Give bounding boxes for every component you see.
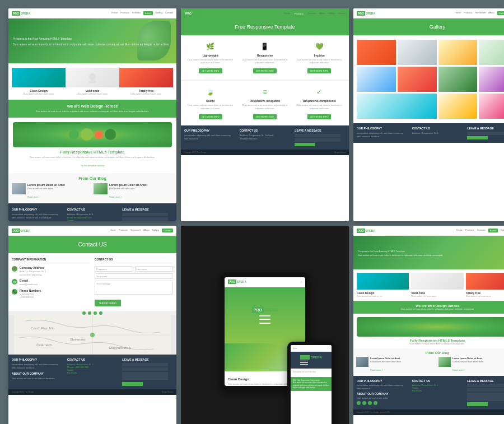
c6-footer-about-text: Duis autem vel eum iriure dolor. (357, 397, 408, 400)
c6-read-more-2[interactable]: Read more » (452, 369, 465, 371)
feat-responsive-btn[interactable]: GET MORE INFO (253, 68, 277, 73)
c6-footer-submit[interactable] (467, 402, 487, 406)
first-name-input[interactable]: First name (95, 266, 133, 272)
nav-about[interactable]: About (143, 11, 152, 15)
c6-feat-2: Valid code Duis autem vel eum iriure (411, 273, 463, 297)
fruits-link[interactable]: Try the template window (80, 164, 104, 167)
blog-thumb-2 (94, 183, 108, 194)
c6-social-1[interactable] (357, 401, 361, 405)
c4-nav-services[interactable]: Services ▾ (130, 229, 141, 232)
nav-gallery[interactable]: Gallery (156, 11, 163, 15)
card4-social-band (8, 311, 176, 315)
c2-nav-contact[interactable]: Contact (338, 12, 346, 16)
gallery-item-4[interactable] (479, 40, 504, 65)
message-textarea[interactable]: Your message (95, 281, 173, 295)
c2-nav-about[interactable]: About (319, 12, 325, 16)
c6-blog-img-1 (356, 357, 368, 367)
c4-nav-home[interactable]: Home (110, 229, 116, 232)
nav-services[interactable]: Services (132, 11, 141, 15)
c2-nav-home[interactable]: Home (284, 12, 290, 16)
c4-nav-gallery[interactable]: Gallery (152, 229, 160, 232)
social-dot-4[interactable] (99, 311, 102, 315)
c3-footer-submit[interactable] (467, 136, 487, 139)
fruit-2 (81, 128, 93, 141)
blog-read-more-1[interactable]: Read more » (27, 195, 40, 198)
feat-lightweight-btn[interactable]: GET MORE INFO (199, 68, 222, 73)
feat-useful-desc: Duis autem vel eum iriure dolor in hendr… (184, 104, 236, 109)
address-text: Company Address Address: Responsive St. … (20, 266, 46, 276)
nav-products[interactable]: Products (120, 11, 129, 15)
feat-components-btn[interactable]: GET MORE INFO (307, 114, 331, 119)
gallery-item-8[interactable] (479, 67, 504, 92)
nav-home[interactable]: Home (111, 11, 118, 15)
blog-post-1: Lorem Ipsum Dolor sit Amet Duis autem ve… (12, 183, 91, 200)
c6-social-4[interactable] (374, 401, 377, 405)
c4-footer-facebook[interactable]: Facebook (67, 371, 118, 374)
c6-read-more-1[interactable]: Read more » (370, 369, 383, 371)
c6-nav-home[interactable]: Home (456, 229, 463, 232)
feat-useful-btn[interactable]: GET MORE INFO (199, 114, 222, 119)
c2-nav-products[interactable]: Products (293, 12, 305, 16)
card4-map: Czech Republic Slovensko Magyarország Ös… (8, 315, 176, 355)
social-dot-2[interactable] (88, 311, 91, 315)
card1-nav-links: Home Products Services About Gallery Con… (111, 11, 173, 15)
social-dot-1[interactable] (82, 311, 86, 315)
card-homepage: PRO SPERA Home Products Services About G… (8, 8, 176, 221)
feature-img-2 (66, 68, 119, 87)
c2-footer-col-3: LEAVE A MESSAGE (295, 129, 346, 146)
card1-hero-heading: Prospera is the New Amazing HTML5 Templa… (13, 37, 170, 41)
c6-footer-facebook[interactable]: Facebook (412, 389, 463, 392)
blog-read-more-2[interactable]: Read more » (109, 195, 122, 198)
c6-nav-about[interactable]: About (488, 229, 497, 232)
c6-social-3[interactable] (368, 401, 372, 405)
c3-nav-about[interactable]: About (488, 11, 494, 15)
gallery-item-11[interactable] (479, 94, 504, 119)
c4-nav-products[interactable]: Products (119, 229, 128, 232)
c6-social-2[interactable] (362, 401, 366, 405)
email-icon: ✉ (12, 279, 17, 285)
social-dot-3[interactable] (94, 311, 97, 315)
contact-submit-button[interactable]: Submit button (95, 300, 121, 306)
c2-nav-gallery[interactable]: Gallery (328, 12, 335, 16)
c2-nav-services[interactable]: Services (308, 12, 316, 16)
footer-col-contact: CONTACT US Address: Responsive St. 1 Ema… (67, 208, 118, 221)
mobile-green-subtext: Duis autem vel eum iriure dolor in hendr… (293, 381, 329, 389)
c2-footer-submit[interactable] (295, 143, 315, 146)
last-name-input[interactable]: Last name (135, 266, 174, 272)
gallery-item-3[interactable] (438, 40, 478, 65)
c3-nav-home[interactable]: Home (455, 11, 461, 15)
card1-logo: PRO SPERA (12, 11, 30, 16)
gallery-item-7[interactable] (438, 67, 478, 92)
email-input[interactable]: Your email (95, 273, 173, 279)
c6-nav-gallery[interactable]: Gallery (501, 229, 504, 232)
useful-icon: 🍃 (205, 86, 216, 97)
gallery-item-9[interactable] (357, 94, 437, 119)
feat-nav-btn[interactable]: GET MORE INFO (253, 114, 277, 119)
tablet-hero-logo: PRO SPERA (252, 307, 278, 313)
blog-post-2: Lorem Ipsum Dolor sit Amet Duis autem ve… (94, 183, 173, 200)
blog-thumb-1 (12, 183, 26, 194)
card6-hero-subtext: Duis autem vel eum iriure dolor in hendr… (358, 254, 442, 257)
c3-nav-products[interactable]: Products (464, 11, 473, 15)
nav-contact[interactable]: Contact (165, 11, 173, 15)
gallery-item-6[interactable] (398, 67, 437, 92)
c6-footer-col-1: OUR PHILOSOPHY consectetur adipiscing el… (357, 379, 408, 406)
c4-nav-contact[interactable]: Contact (162, 229, 173, 232)
feat-intuitive-btn[interactable]: GET MORE INFO (307, 68, 331, 73)
c4-footer-text-1: consectetur adipiscing elit, sed diam no… (12, 363, 63, 370)
footer-twitter[interactable]: Twitter (67, 219, 118, 221)
gallery-item-1[interactable] (357, 40, 396, 65)
c3-nav-gallery[interactable]: Gallery (497, 11, 504, 15)
gallery-item-2[interactable] (398, 40, 437, 65)
gallery-item-5[interactable] (357, 67, 396, 92)
c6-feat-desc-1: Duis autem vel eum iriure (357, 295, 409, 297)
card2-feat-useful: 🍃 Useful Duis autem vel eum iriure dolor… (184, 86, 236, 119)
c4-footer-submit[interactable] (122, 382, 142, 386)
card6-nav-links: Home Products Services About Gallery Con… (456, 229, 504, 232)
c6-nav-services[interactable]: Services (477, 229, 486, 232)
gallery-item-10[interactable] (438, 94, 478, 119)
contact-phone-item: 📞 Phone Numbers +000-000-000+000-000-000 (12, 289, 90, 299)
c4-nav-about[interactable]: About (143, 229, 149, 232)
c3-nav-services[interactable]: Services ▾ (475, 11, 486, 15)
c6-nav-products[interactable]: Products (465, 229, 474, 232)
